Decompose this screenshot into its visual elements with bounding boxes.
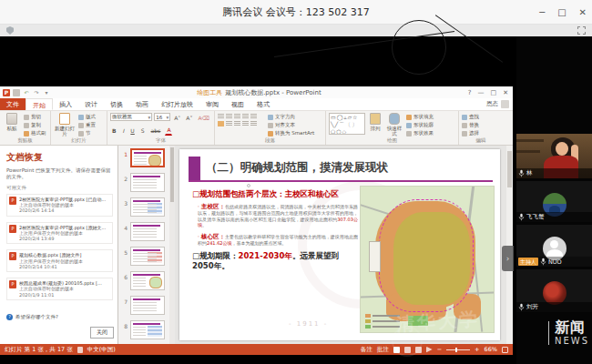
redo-icon[interactable]: ↷: [33, 89, 40, 96]
ppt-close-icon[interactable]: ✕: [503, 89, 508, 96]
group-drawing: ▭◯▵▱☆ ╲╱⌒〔〕 ⬠⬡◇ 排列 快速样式 形状填充 形状轮廓 形状效果: [326, 111, 459, 145]
slide-thumbnail-4[interactable]: 4: [122, 222, 174, 241]
copy-button[interactable]: 复制: [24, 122, 46, 128]
italic-button[interactable]: I: [121, 126, 127, 136]
minimize-icon[interactable]: ─: [539, 7, 545, 17]
select-button[interactable]: 选择: [462, 130, 479, 136]
notes-toggle[interactable]: 备注: [361, 346, 373, 354]
sidebar-collapse-handle[interactable]: ›: [502, 246, 514, 271]
comments-toggle[interactable]: 批注: [377, 346, 389, 354]
text-direction-button[interactable]: 文字方向: [268, 114, 314, 120]
normal-view-icon[interactable]: [393, 347, 400, 353]
tab-transitions[interactable]: 切换: [104, 98, 129, 110]
clear-format-icon[interactable]: A⌫: [196, 113, 211, 123]
underline-button[interactable]: U: [128, 126, 136, 136]
alignment-buttons[interactable]: [218, 121, 265, 126]
tab-review[interactable]: 审阅: [199, 98, 225, 110]
ppt-minimize-icon[interactable]: —: [478, 89, 485, 96]
help-icon[interactable]: ?: [468, 89, 472, 96]
increase-font-icon[interactable]: A˄: [172, 113, 182, 123]
slide-sorter-view-icon[interactable]: [404, 347, 411, 353]
tab-slideshow[interactable]: 幻灯片放映: [155, 98, 199, 110]
maximize-icon[interactable]: □: [557, 7, 566, 17]
zoom-out-icon[interactable]: −: [437, 346, 442, 353]
new-slide-button[interactable]: 新建幻灯片: [54, 113, 76, 136]
quick-styles-button[interactable]: 快速样式: [385, 113, 403, 136]
participant-tile[interactable]: 飞飞蟹: [516, 181, 592, 222]
slide-thumbnail-7[interactable]: 7: [122, 296, 174, 315]
tab-insert[interactable]: 插入: [53, 98, 78, 110]
customize-qat-icon[interactable]: ▾: [43, 89, 50, 96]
recovery-question: ? 希望保存哪个文件?: [6, 314, 58, 320]
tab-animations[interactable]: 动画: [129, 98, 155, 110]
find-button[interactable]: 查找: [462, 114, 479, 120]
zoom-slider[interactable]: [446, 349, 470, 350]
fit-to-window-icon[interactable]: [502, 347, 508, 353]
slide-thumbnail-2[interactable]: 2: [122, 173, 174, 192]
font-size-select[interactable]: 16▾: [154, 113, 170, 121]
shape-effects-button[interactable]: 形状效果: [406, 130, 434, 136]
microphone-icon: [518, 213, 525, 221]
decrease-font-icon[interactable]: A˅: [184, 113, 194, 123]
reading-view-icon[interactable]: [415, 347, 422, 353]
slide-text-column[interactable]: □规划范围包括两个层次：主校区和核心区 · 主校区：包括成府路及双清路以北，荷清…: [192, 189, 358, 271]
recovered-file-item[interactable]: P 2校区医院方案审议-PPT版.pptx [已自动... 上次自动保存时创建的…: [6, 194, 113, 217]
recovered-file-item[interactable]: P 规划核心数据.pptx [原始文件] 上次用户保存文件时创建的版本 2020…: [6, 249, 113, 272]
tab-view[interactable]: 视图: [225, 98, 250, 110]
language-status[interactable]: 中文(中国): [87, 346, 116, 354]
paste-button[interactable]: 粘贴: [3, 113, 21, 136]
section-button[interactable]: 节: [78, 130, 96, 136]
recovery-close-button[interactable]: 关闭: [90, 327, 114, 339]
align-text-button[interactable]: 对齐文本: [268, 122, 314, 128]
recovery-title: 文档恢复: [6, 151, 113, 164]
selection-handle[interactable]: [247, 184, 250, 187]
strikethrough-button[interactable]: abc: [149, 126, 163, 136]
arrange-button[interactable]: 排列: [368, 113, 383, 136]
tab-home[interactable]: 开始: [26, 98, 53, 110]
slide-thumbnail-1[interactable]: 1: [122, 148, 174, 167]
slide-title[interactable]: （二）明确规划范围，摸清发展现状: [206, 160, 388, 176]
campus-map-figure[interactable]: [360, 186, 495, 333]
replace-button[interactable]: 替换: [462, 122, 479, 128]
shape-outline-button[interactable]: 形状轮廓: [406, 122, 434, 128]
slide-canvas[interactable]: - 1911 - （二）明确规划范围，摸清发展现状 □规划范围包括两个层次：主校…: [179, 149, 500, 340]
cut-button[interactable]: 剪切: [24, 114, 46, 120]
text-shadow-button[interactable]: S: [139, 126, 147, 136]
spell-check-icon[interactable]: [77, 347, 83, 353]
font-name-select[interactable]: 微软雅黑▾: [110, 113, 152, 121]
participant-tile-host[interactable]: 主持人 NUO: [516, 225, 592, 267]
slide-thumbnail-3[interactable]: 3: [122, 197, 174, 217]
zoom-level[interactable]: 66%: [485, 346, 497, 353]
format-painter-button[interactable]: 格式刷: [24, 130, 46, 136]
slide-thumbnail-6[interactable]: 6: [122, 271, 174, 290]
slide-thumbnail-8[interactable]: 8: [122, 320, 174, 339]
tab-design[interactable]: 设计: [78, 98, 104, 110]
tab-file[interactable]: 文件: [0, 98, 26, 110]
fullscreen-icon[interactable]: [577, 26, 586, 35]
close-icon[interactable]: ✕: [579, 7, 587, 17]
smartart-button[interactable]: 转换为 SmartArt: [268, 130, 314, 136]
layout-button[interactable]: 版式: [78, 114, 96, 120]
slide-scrollbar[interactable]: [506, 146, 513, 344]
participant-tile-video[interactable]: 林: [516, 134, 592, 178]
ppt-restore-icon[interactable]: □: [491, 89, 497, 96]
list-buttons[interactable]: [218, 114, 265, 119]
font-color-button[interactable]: A: [165, 125, 172, 136]
tab-format[interactable]: 格式: [250, 98, 276, 110]
recovered-file-item[interactable]: P 校园总规成果(规划委) 200105.pptx [... 上次自动保存时创建…: [6, 278, 113, 300]
slideshow-view-icon[interactable]: [426, 347, 433, 353]
zoom-in-icon[interactable]: +: [475, 346, 479, 353]
shapes-gallery[interactable]: ▭◯▵▱☆ ╲╱⌒〔〕 ⬠⬡◇: [329, 113, 365, 135]
account-menu[interactable]: 恩态: [486, 98, 513, 110]
meeting-titlebar: 腾讯会议 会议号：123 502 317 ─ □ ✕: [0, 0, 592, 25]
participant-tile[interactable]: 刘芳: [516, 269, 592, 312]
shape-fill-button[interactable]: 形状填充: [406, 114, 434, 120]
bold-button[interactable]: B: [110, 126, 118, 136]
reset-button[interactable]: 重置: [78, 122, 96, 128]
recovered-file-item[interactable]: P 2校区医院方案审议-PPT版.pptx [原始文... 上次用户保存文件时创…: [6, 222, 113, 245]
ppt-titlebar: P ↶ ↷ ▾ 绘图工具规划核心数据.pptx - PowerPoint ? —…: [0, 86, 513, 98]
map-building-block: [369, 241, 381, 272]
undo-icon[interactable]: ↶: [23, 89, 30, 96]
save-icon[interactable]: [13, 89, 20, 96]
slide-thumbnail-5[interactable]: 5: [122, 247, 174, 266]
